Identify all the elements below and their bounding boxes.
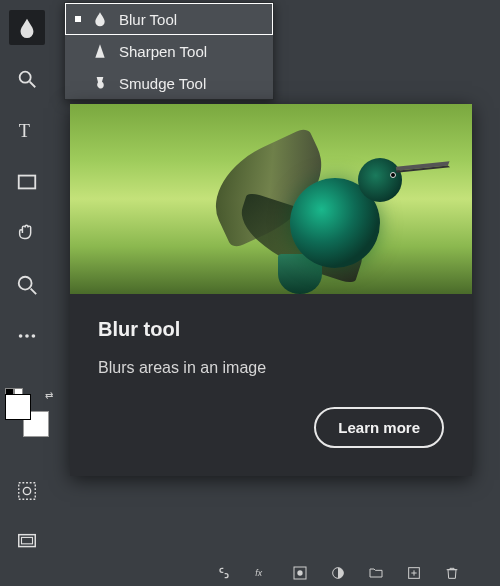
screen-icon [16, 531, 38, 553]
learn-more-button[interactable]: Learn more [314, 407, 444, 448]
svg-point-4 [19, 277, 32, 290]
color-swatches[interactable]: ⇄ [5, 394, 49, 437]
tool-tip-card: Blur tool Blurs areas in an image Learn … [70, 104, 472, 476]
flyout-item-blur[interactable]: Blur Tool [65, 3, 273, 35]
delete-button[interactable] [444, 565, 460, 581]
trash-icon [444, 565, 460, 581]
tools-panel: T ⇄ [0, 0, 54, 560]
svg-rect-9 [19, 483, 36, 500]
svg-line-1 [30, 82, 36, 88]
svg-point-6 [19, 334, 23, 338]
bottom-status-bar: fx [0, 560, 500, 586]
hand-icon [16, 222, 38, 244]
svg-rect-3 [19, 176, 36, 189]
swap-colors-icon[interactable]: ⇄ [45, 390, 53, 401]
svg-text:T: T [19, 121, 30, 141]
ellipsis-icon [16, 325, 38, 347]
svg-point-7 [25, 334, 29, 338]
blur-icon [91, 11, 109, 27]
quick-mask-button[interactable] [9, 473, 45, 508]
plus-square-icon [406, 565, 422, 581]
screen-mode-button[interactable] [9, 525, 45, 560]
magnifier-icon [16, 68, 38, 90]
quickmask-icon [16, 480, 38, 502]
blur-tool-button[interactable] [9, 10, 45, 45]
tip-hero-image [70, 104, 472, 294]
flyout-label: Sharpen Tool [119, 43, 207, 60]
magnifier2-icon [16, 274, 38, 296]
flyout-item-smudge[interactable]: Smudge Tool [65, 67, 273, 99]
svg-point-0 [20, 72, 31, 83]
rectangle-tool-button[interactable] [9, 164, 45, 199]
link-icon [216, 565, 232, 581]
folder-icon [368, 565, 384, 581]
hand-tool-button[interactable] [9, 216, 45, 251]
svg-line-5 [31, 288, 36, 294]
new-layer-button[interactable] [406, 565, 422, 581]
mask-button[interactable] [292, 565, 308, 581]
fx-button[interactable]: fx [254, 565, 270, 581]
flyout-label: Smudge Tool [119, 75, 206, 92]
fx-icon: fx [254, 565, 270, 581]
tip-title: Blur tool [98, 318, 444, 341]
selected-dot-icon [75, 16, 81, 22]
type-icon: T [16, 120, 38, 142]
mask-icon [292, 565, 308, 581]
link-layers-button[interactable] [216, 565, 232, 581]
type-tool-button[interactable]: T [9, 113, 45, 148]
rectangle-icon [16, 171, 38, 193]
zoom-tool-button[interactable] [9, 61, 45, 96]
sharpen-icon [91, 43, 109, 59]
svg-point-8 [32, 334, 36, 338]
tool-flyout: Blur Tool Sharpen Tool Smudge Tool [64, 2, 274, 100]
svg-rect-12 [22, 538, 33, 544]
more-tools-button[interactable] [9, 319, 45, 354]
blur-icon [16, 17, 38, 39]
adjust-icon [330, 565, 346, 581]
svg-point-15 [297, 570, 302, 575]
smudge-icon [91, 75, 109, 91]
adjustment-button[interactable] [330, 565, 346, 581]
foreground-swatch[interactable] [5, 394, 31, 420]
svg-text:fx: fx [255, 568, 262, 578]
svg-point-10 [23, 487, 30, 494]
zoom2-tool-button[interactable] [9, 267, 45, 302]
flyout-item-sharpen[interactable]: Sharpen Tool [65, 35, 273, 67]
tip-description: Blurs areas in an image [98, 359, 444, 377]
hummingbird-illustration [190, 118, 450, 288]
flyout-label: Blur Tool [119, 11, 177, 28]
folder-button[interactable] [368, 565, 384, 581]
